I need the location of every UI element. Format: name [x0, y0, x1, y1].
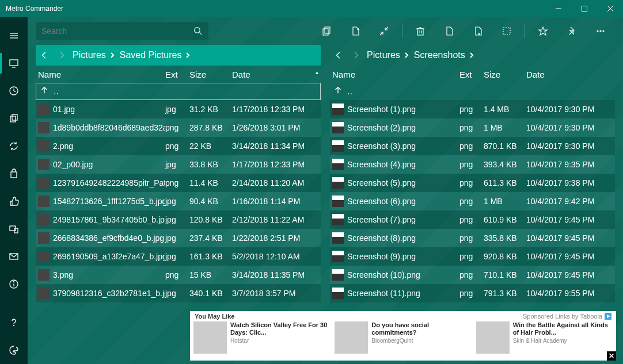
new-file-button[interactable] [341, 17, 370, 45]
file-ext: jpg [165, 252, 189, 261]
more-button[interactable] [586, 17, 615, 45]
file-row[interactable]: Screenshot (6).pngpng1 MB10/4/2017 9:42 … [330, 192, 615, 210]
back-button[interactable] [332, 49, 345, 62]
device-icon[interactable] [0, 215, 28, 243]
search-input[interactable] [41, 26, 193, 36]
col-ext-header[interactable]: Ext [165, 70, 189, 79]
file-row[interactable]: Screenshot (4).pngpng393.4 KB10/4/2017 9… [330, 155, 615, 174]
file-row[interactable]: 3.pngpng15 KB3/14/2018 11:35 PM [36, 266, 321, 284]
chevron-right-icon [185, 52, 191, 58]
select-button[interactable] [492, 17, 521, 45]
file-row[interactable]: Screenshot (10).pngpng710.1 KB10/4/2017 … [330, 266, 615, 284]
thumbs-up-icon[interactable] [0, 187, 28, 215]
ad-sponsor: Sponsored Links by Taboola [523, 313, 602, 320]
file-row[interactable]: Screenshot (5).pngpng611.3 KB10/4/2017 9… [330, 174, 615, 192]
breadcrumb-item[interactable]: Pictures [367, 50, 409, 60]
file-date: 10/4/2017 9:55 PM [526, 289, 613, 298]
maximize-button[interactable] [571, 0, 597, 17]
col-size-header[interactable]: Size [484, 70, 526, 79]
file-row[interactable]: 1237916492482224985pitr_Patch_ipng11.4 K… [36, 174, 321, 192]
breadcrumb-item[interactable]: Pictures [73, 50, 115, 60]
file-row[interactable]: Screenshot (1).pngpng1.4 MB10/4/2017 9:3… [330, 100, 615, 118]
column-header[interactable]: NameExtSizeDate [330, 66, 615, 83]
col-name-header[interactable]: Name [332, 70, 459, 79]
refresh-icon[interactable] [0, 132, 28, 160]
mail-icon[interactable] [0, 243, 28, 270]
file-ext: png [459, 252, 484, 261]
svg-line-23 [199, 32, 202, 35]
col-size-header[interactable]: Size [189, 70, 232, 79]
svg-rect-37 [503, 28, 510, 35]
ad-image [476, 321, 510, 354]
file-date: 3/7/2018 3:57 PM [232, 289, 318, 298]
file-size: 11.4 KB [189, 178, 232, 187]
parent-dir-row[interactable]: .. [36, 83, 321, 100]
col-ext-header[interactable]: Ext [459, 70, 484, 79]
col-name-header[interactable]: Name [38, 70, 165, 79]
pin-icon [567, 26, 577, 36]
svg-point-40 [600, 30, 601, 32]
file-row[interactable]: 15482713626_1fff1275d5_b.jpgjpg90.4 KB1/… [36, 192, 321, 210]
file-row[interactable]: 01.jpgjpg31.2 KB1/17/2018 12:33 PM [36, 100, 321, 118]
info-icon[interactable] [0, 270, 28, 298]
file-row[interactable]: Screenshot (11).pngpng791.3 KB10/4/2017 … [330, 284, 615, 302]
delete-button[interactable] [406, 17, 435, 45]
add-file-button[interactable] [464, 17, 492, 45]
clock-icon[interactable] [0, 77, 28, 105]
ad-item[interactable]: Do you have social commitments?Bloomberg… [335, 321, 471, 358]
file-row[interactable]: 2.pngpng22 KB3/14/2018 11:34 PM [36, 137, 321, 155]
file-row[interactable]: Screenshot (9).pngpng920.8 KB10/4/2017 9… [330, 247, 615, 266]
file-row[interactable]: Screenshot (3).pngpng870.1 KB10/4/2017 9… [330, 137, 615, 155]
file-row[interactable]: 02_p00.jpgjpg33.8 KB1/17/2018 12:33 PM [36, 155, 321, 174]
search-box[interactable] [36, 22, 208, 40]
pin-button[interactable] [557, 17, 586, 45]
palette-icon[interactable] [0, 336, 28, 364]
file-ext: png [459, 197, 484, 206]
star-button[interactable] [529, 17, 557, 45]
file-row[interactable]: 2696190509_a13f2e7a47_b.jpgjpg161.3 KB5/… [36, 247, 321, 266]
breadcrumb-item[interactable]: Saved Pictures [120, 50, 191, 60]
file-row[interactable]: Screenshot (2).pngpng1 MB10/4/2017 9:30 … [330, 118, 615, 137]
ad-item[interactable]: Watch Silicon Valley Free For 30 Days: C… [193, 321, 330, 358]
collapse-button[interactable] [370, 17, 398, 45]
forward-button[interactable] [55, 49, 68, 62]
file-row[interactable]: 2668834386_ef9cfbd4e0_b.jpgjpg237.4 KB1/… [36, 229, 321, 247]
file-button[interactable] [435, 17, 464, 45]
more-icon [595, 26, 606, 36]
bag-icon[interactable] [0, 160, 28, 187]
arrow-up-icon [40, 86, 49, 97]
breadcrumb-item[interactable]: Screenshots [414, 50, 474, 60]
monitor-icon[interactable] [0, 49, 28, 77]
col-date-header[interactable]: Date [232, 70, 318, 79]
file-name: Screenshot (4).png [347, 160, 416, 169]
copy-button[interactable] [312, 17, 341, 45]
copy-stack-icon[interactable] [0, 105, 28, 132]
minimize-button[interactable] [545, 0, 571, 17]
file-row[interactable]: 37909812316_c32b2781e1_b.jpgjpg340.1 KB3… [36, 284, 321, 302]
col-date-header[interactable]: Date [526, 70, 613, 79]
file-row[interactable]: Screenshot (8).pngpng335.8 KB10/4/2017 9… [330, 229, 615, 247]
thumbnail-icon [332, 177, 344, 189]
file-date: 2/14/2018 11:20 AM [232, 178, 318, 187]
star-icon [538, 26, 548, 36]
file-ext: jpg [165, 160, 189, 169]
ad-close-button[interactable]: ✕ [607, 351, 616, 361]
hamburger-icon[interactable] [0, 22, 28, 49]
file-name: 1237916492482224985pitr_Patch_i [53, 178, 165, 187]
help-icon[interactable] [0, 309, 28, 336]
column-header[interactable]: NameExtSizeDate▲ [36, 66, 321, 83]
chevron-right-icon [404, 52, 409, 58]
back-button[interactable] [38, 49, 51, 62]
forward-button[interactable] [350, 49, 362, 62]
parent-dir-row[interactable]: .. [330, 83, 615, 100]
ad-item[interactable]: Win the Battle Against all Kinds of Hair… [476, 321, 613, 358]
select-icon [502, 26, 512, 36]
new-file-icon [350, 26, 360, 36]
file-row[interactable]: Screenshot (7).pngpng610.9 KB10/4/2017 9… [330, 210, 615, 229]
file-row[interactable]: 2498157861_9b347405b0_b.jpgjpg120.8 KB2/… [36, 210, 321, 229]
file-size: 1.4 MB [484, 105, 526, 114]
file-ext: png [165, 270, 189, 279]
file-row[interactable]: 1d89b0ddb8f82046d689aed32adfpng287.8 KB1… [36, 118, 321, 137]
file-date: 10/4/2017 9:45 PM [526, 252, 613, 261]
close-button[interactable] [597, 0, 623, 17]
